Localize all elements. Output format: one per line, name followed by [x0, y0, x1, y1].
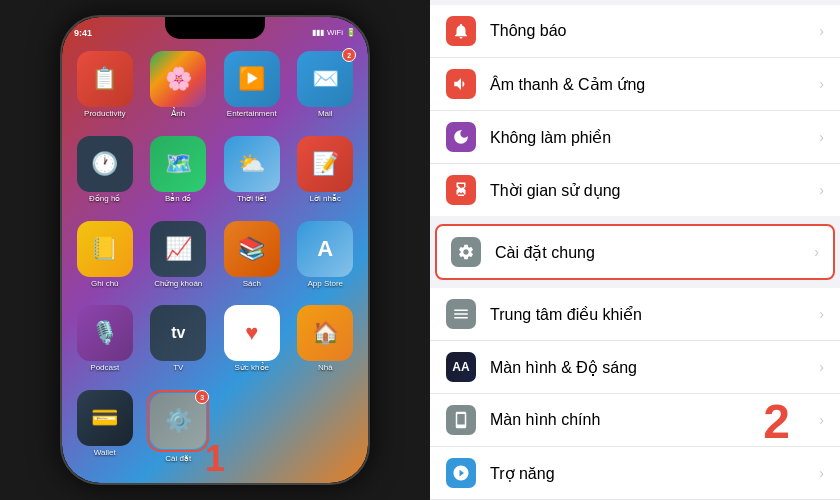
amthanh-label: Âm thanh & Cảm ứng [490, 75, 811, 94]
app-icon-reminders: 📝 [297, 136, 353, 192]
trungtam-icon [446, 299, 476, 329]
manhinhchinh-label: Màn hình chính [490, 411, 811, 429]
caidatc-icon [451, 237, 481, 267]
app-item-home[interactable]: 🏠 Nhà [291, 305, 361, 386]
app-item-mail[interactable]: ✉️ 2 Mail [291, 51, 361, 132]
tronang-chevron: › [819, 465, 824, 481]
trungtam-label: Trung tâm điều khiển [490, 305, 811, 324]
caidatc-chevron: › [814, 244, 819, 260]
app-item-clock[interactable]: 🕐 Đồng hồ [70, 136, 140, 217]
khonglamphien-icon [446, 122, 476, 152]
thoigian-label: Thời gian sử dụng [490, 181, 811, 200]
app-item-podcast[interactable]: 🎙️ Podcast [70, 305, 140, 386]
app-label-stocks: Chứng khoán [154, 279, 202, 288]
amthanh-icon [446, 69, 476, 99]
manhinh-chevron: › [819, 359, 824, 375]
app-item-reminders[interactable]: 📝 Lời nhắc [291, 136, 361, 217]
thoigian-icon [446, 175, 476, 205]
app-item-productivity[interactable]: 📋 Productivity [70, 51, 140, 132]
app-label-reminders: Lời nhắc [310, 194, 341, 203]
app-icon-settings: ⚙️ 3 [150, 393, 206, 449]
settings-item-thongbao[interactable]: Thông báo › [430, 5, 840, 58]
phone-number-label: 1 [205, 438, 225, 480]
mail-badge: 2 [342, 48, 356, 62]
app-label-health: Sức khỏe [235, 363, 269, 372]
app-label-notes: Ghi chú [91, 279, 119, 288]
settings-side: Thông báo › Âm thanh & Cảm ứng › Không l… [430, 0, 840, 500]
app-icon-clock: 🕐 [77, 136, 133, 192]
app-grid: 📋 Productivity 🌸 Ảnh ▶️ Entertainment [62, 45, 368, 483]
app-item-entertainment[interactable]: ▶️ Entertainment [217, 51, 287, 132]
settings-item-caidatc-wrapper[interactable]: Cài đặt chung › [435, 224, 835, 280]
app-label-tv: TV [173, 363, 183, 372]
app-label-photos: Ảnh [171, 109, 185, 118]
phone-side: 9:41 ▮▮▮ WiFi 🔋 📋 Productivity 🌸 [0, 0, 430, 500]
app-label-maps: Bản đồ [165, 194, 191, 203]
app-icon-books: 📚 [224, 221, 280, 277]
app-item-store[interactable]: A App Store [291, 221, 361, 302]
app-icon-entertainment: ▶️ [224, 51, 280, 107]
thongbao-chevron: › [819, 23, 824, 39]
caidatc-label: Cài đặt chung [495, 243, 806, 262]
app-label-books: Sách [243, 279, 261, 288]
battery-icon: 🔋 [346, 28, 356, 37]
manhinh-icon: AA [446, 352, 476, 382]
phone-frame: 9:41 ▮▮▮ WiFi 🔋 📋 Productivity 🌸 [60, 15, 370, 485]
app-item-weather[interactable]: ⛅ Thời tiết [217, 136, 287, 217]
app-item-tv[interactable]: tv TV [144, 305, 214, 386]
manhinh-label: Màn hình & Độ sáng [490, 358, 811, 377]
thongbao-label: Thông báo [490, 22, 811, 40]
tronang-icon [446, 458, 476, 488]
app-icon-podcast: 🎙️ [77, 305, 133, 361]
app-icon-store: A [297, 221, 353, 277]
manhinhchinh-chevron: › [819, 412, 824, 428]
settings-list: Thông báo › Âm thanh & Cảm ứng › Không l… [430, 0, 840, 500]
settings-item-khonglamphien[interactable]: Không làm phiền › [430, 111, 840, 164]
settings-item-tronang[interactable]: Trợ năng › [430, 447, 840, 500]
khonglamphien-chevron: › [819, 129, 824, 145]
app-label-podcast: Podcast [90, 363, 119, 372]
app-icon-wallet: 💳 [77, 390, 133, 446]
settings-item-amthanh[interactable]: Âm thanh & Cảm ứng › [430, 58, 840, 111]
manhinhchinh-icon [446, 405, 476, 435]
app-icon-tv: tv [150, 305, 206, 361]
app-label-settings: Cài đặt [165, 454, 191, 463]
settings-badge: 3 [195, 390, 209, 404]
app-item-wallet[interactable]: 💳 Wallet [70, 390, 140, 477]
settings-group-1: Thông báo › Âm thanh & Cảm ứng › Không l… [430, 5, 840, 216]
app-label-mail: Mail [318, 109, 333, 118]
settings-item-trungtam[interactable]: Trung tâm điều khiển › [430, 288, 840, 341]
app-item-health[interactable]: ♥ Sức khỏe [217, 305, 287, 386]
app-item-maps[interactable]: 🗺️ Bản đồ [144, 136, 214, 217]
app-icon-photos: 🌸 [150, 51, 206, 107]
trungtam-chevron: › [819, 306, 824, 322]
app-item-books[interactable]: 📚 Sách [217, 221, 287, 302]
app-label-weather: Thời tiết [237, 194, 267, 203]
app-label-store: App Store [307, 279, 343, 288]
app-label-clock: Đồng hồ [89, 194, 120, 203]
app-icon-productivity: 📋 [77, 51, 133, 107]
settings-item-manhinh[interactable]: AA Màn hình & Độ sáng › [430, 341, 840, 394]
tronang-label: Trợ năng [490, 464, 811, 483]
app-item-stocks[interactable]: 📈 Chứng khoán [144, 221, 214, 302]
status-icons: ▮▮▮ WiFi 🔋 [312, 28, 356, 37]
status-bar: 9:41 ▮▮▮ WiFi 🔋 [62, 17, 368, 43]
settings-item-caidatc[interactable]: Cài đặt chung › [437, 226, 833, 278]
app-label-productivity: Productivity [84, 109, 125, 118]
app-label-wallet: Wallet [94, 448, 116, 457]
app-icon-mail: ✉️ 2 [297, 51, 353, 107]
app-item-settings[interactable]: ⚙️ 3 Cài đặt [144, 390, 214, 477]
status-time: 9:41 [74, 28, 92, 38]
thoigian-chevron: › [819, 182, 824, 198]
settings-item-thoigian[interactable]: Thời gian sử dụng › [430, 164, 840, 216]
app-icon-stocks: 📈 [150, 221, 206, 277]
app-item-photos[interactable]: 🌸 Ảnh [144, 51, 214, 132]
app-label-entertainment: Entertainment [227, 109, 277, 118]
settings-highlight: ⚙️ 3 [147, 390, 209, 452]
settings-group-2: Trung tâm điều khiển › AA Màn hình & Độ … [430, 288, 840, 500]
app-item-notes[interactable]: 📒 Ghi chú [70, 221, 140, 302]
khonglamphien-label: Không làm phiền [490, 128, 811, 147]
amthanh-chevron: › [819, 76, 824, 92]
phone-screen: 9:41 ▮▮▮ WiFi 🔋 📋 Productivity 🌸 [62, 17, 368, 483]
settings-item-manhinhchinh[interactable]: Màn hình chính › [430, 394, 840, 447]
